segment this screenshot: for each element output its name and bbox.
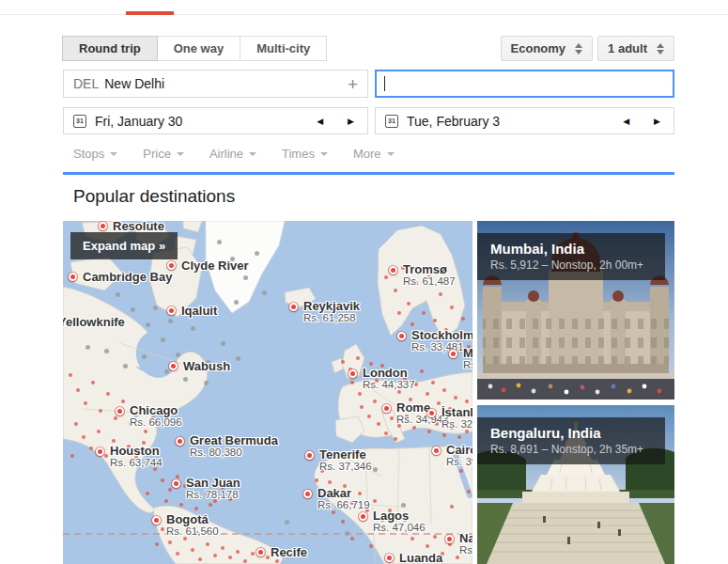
chevron-down-icon xyxy=(177,152,184,156)
text-caret xyxy=(384,76,385,91)
cabin-class-select[interactable]: Economy xyxy=(501,36,594,61)
map-pin-icon xyxy=(289,303,298,311)
origin-input[interactable]: DEL New Delhi + xyxy=(63,70,368,98)
add-airport-button[interactable]: + xyxy=(348,75,358,93)
card-price-line: Rs. 8,691 – Nonstop, 2h 35m+ xyxy=(490,442,665,457)
card-destination-name: Bengaluru, India xyxy=(490,424,665,442)
map-marker-label: Iqaluit xyxy=(181,305,217,318)
stepper-icon xyxy=(657,43,664,55)
chevron-down-icon xyxy=(110,152,117,156)
map-pin-icon xyxy=(397,332,406,340)
map-marker-label: Yellowknife xyxy=(63,316,125,329)
filter-stops[interactable]: Stops xyxy=(73,147,117,161)
card-price-line: Rs. 5,912 – Nonstop, 2h 00m+ xyxy=(490,258,665,273)
return-date-value: Tue, February 3 xyxy=(407,114,500,129)
filter-price[interactable]: Price xyxy=(143,147,184,161)
filter-airline[interactable]: Airline xyxy=(209,147,256,161)
card-caption: Bengaluru, India Rs. 8,691 – Nonstop, 2h… xyxy=(477,417,665,464)
card-destination-name: Mumbai, India xyxy=(490,240,665,258)
origin-city: New Delhi xyxy=(104,76,164,91)
map-pin-icon xyxy=(432,446,441,455)
map-pin-icon xyxy=(349,369,357,378)
chevron-down-icon xyxy=(387,152,395,156)
map-pin-icon xyxy=(256,548,265,556)
card-caption: Mumbai, India Rs. 5,912 – Nonstop, 2h 00… xyxy=(477,233,665,280)
map-pin-icon xyxy=(169,362,178,370)
map-pin-icon xyxy=(152,516,161,525)
map-pin-icon xyxy=(445,535,454,543)
map-pin-icon xyxy=(176,437,184,446)
map-marker-label: Recife xyxy=(271,546,307,559)
map-pin-icon xyxy=(167,306,176,315)
map-marker-label: Clyde River xyxy=(181,259,249,273)
trip-type-tabs: Round trip One way Multi-city xyxy=(63,36,327,61)
next-day-arrow[interactable]: ▶ xyxy=(348,117,354,126)
map-marker-price: Rs. 66,096 xyxy=(130,415,182,429)
destinations-map[interactable]: ResoluteClyde RiverCambridge BayIqaluitY… xyxy=(63,221,472,564)
flight-search-form: Round trip One way Multi-city Economy 1 … xyxy=(63,36,674,177)
active-tab-indicator xyxy=(126,11,174,15)
calendar-icon: 31 xyxy=(385,115,398,128)
filter-bar: Stops Price Airline Times More xyxy=(73,147,395,161)
map-marker-price: Rs. 63,744 xyxy=(110,456,163,469)
chevron-down-icon xyxy=(249,152,256,156)
origin-airport-code: DEL xyxy=(73,76,99,91)
calendar-icon: 31 xyxy=(73,115,86,128)
return-date-input[interactable]: 31 Tue, February 3 ◀ ▶ xyxy=(375,107,674,134)
map-marker-price: Rs. 32,6 xyxy=(441,417,472,431)
map-marker-price: Rs. 66,719 xyxy=(318,498,370,511)
passengers-select[interactable]: 1 adult xyxy=(597,36,674,61)
map-pin-icon xyxy=(385,554,394,562)
map-pin-icon xyxy=(382,404,391,413)
trip-tab-one-way[interactable]: One way xyxy=(157,36,240,61)
map-pin-icon xyxy=(99,222,107,230)
map-marker-price: Rs. 44,337 xyxy=(363,378,415,391)
map-marker-label: Wabush xyxy=(183,360,230,373)
stepper-icon xyxy=(575,43,582,55)
expand-map-button[interactable]: Expand map » xyxy=(70,232,178,259)
departure-date-value: Fri, January 30 xyxy=(95,114,182,129)
map-marker-label: Luanda xyxy=(399,552,442,564)
chevron-down-icon xyxy=(320,152,328,156)
map-pin-icon xyxy=(449,350,457,358)
map-pin-icon xyxy=(116,407,124,415)
section-divider xyxy=(63,172,674,175)
previous-day-arrow[interactable]: ◀ xyxy=(623,117,629,126)
filter-times[interactable]: Times xyxy=(282,147,328,161)
map-marker-price: Rs. 39, xyxy=(446,455,472,468)
trip-tab-round-trip[interactable]: Round trip xyxy=(62,36,158,61)
map-marker-price: Rs. xyxy=(463,358,472,371)
previous-day-arrow[interactable]: ◀ xyxy=(317,117,323,126)
map-marker-price: Rs. 61,258 xyxy=(303,311,356,324)
map-pin-icon xyxy=(427,409,436,417)
map-pin-icon xyxy=(305,451,314,460)
map-marker-price: Rs. 80,380 xyxy=(190,446,242,459)
map-pin-icon xyxy=(359,512,367,521)
map-marker-price: Rs. 78,178 xyxy=(186,488,239,501)
map-marker-price: Rs. 47,046 xyxy=(373,521,426,534)
map-markers-layer: ResoluteClyde RiverCambridge BayIqaluitY… xyxy=(63,221,472,564)
filter-more[interactable]: More xyxy=(353,147,395,161)
map-pin-icon xyxy=(69,273,77,281)
destination-card-bengaluru[interactable]: Bengaluru, India Rs. 8,691 – Nonstop, 2h… xyxy=(477,405,674,564)
trip-tab-multi-city[interactable]: Multi-city xyxy=(240,36,327,61)
map-pin-icon xyxy=(303,490,312,498)
destination-cards: Mumbai, India Rs. 5,912 – Nonstop, 2h 00… xyxy=(477,221,674,564)
map-marker-price: Rs. xyxy=(459,543,472,556)
map-marker-label: Cambridge Bay xyxy=(83,271,172,284)
destination-input[interactable] xyxy=(375,70,674,98)
map-pin-icon xyxy=(96,447,104,456)
page-title: Popular destinations xyxy=(73,186,235,207)
passengers-value: 1 adult xyxy=(608,41,647,55)
map-marker-price: Rs. 61,560 xyxy=(166,525,219,538)
map-pin-icon xyxy=(172,479,180,488)
top-divider xyxy=(0,14,728,15)
map-pin-icon xyxy=(167,261,176,270)
destination-card-mumbai[interactable]: Mumbai, India Rs. 5,912 – Nonstop, 2h 00… xyxy=(477,221,674,400)
departure-date-input[interactable]: 31 Fri, January 30 ◀ ▶ xyxy=(63,107,368,134)
cabin-class-value: Economy xyxy=(511,41,566,55)
map-marker-price: Rs. 61,487 xyxy=(403,274,456,288)
next-day-arrow[interactable]: ▶ xyxy=(654,117,660,126)
map-marker-price: Rs. 37,346 xyxy=(319,460,372,473)
map-pin-icon xyxy=(389,266,397,274)
